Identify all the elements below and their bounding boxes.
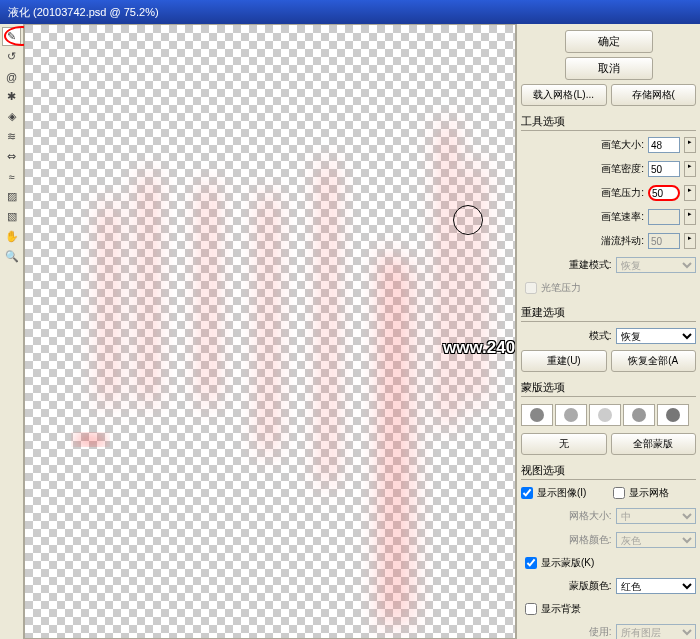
- save-mesh-button[interactable]: 存储网格(: [611, 84, 697, 106]
- svg-rect-9: [444, 125, 450, 424]
- brush-size-spinner[interactable]: ▸: [684, 137, 696, 153]
- brush-density-spinner[interactable]: ▸: [684, 161, 696, 177]
- show-bg-label: 显示背景: [541, 602, 581, 616]
- turbulence-tool[interactable]: ≈: [2, 167, 21, 186]
- brush-density-input[interactable]: [648, 161, 680, 177]
- svg-rect-4: [205, 184, 211, 403]
- mask-color-select[interactable]: 红色: [616, 578, 697, 594]
- stylus-pressure-checkbox: [525, 282, 537, 294]
- brush-rate-input: [648, 209, 680, 225]
- mask-replace-button[interactable]: [521, 404, 553, 426]
- svg-text:240ps: 240ps: [75, 434, 106, 446]
- cancel-button[interactable]: 取消: [565, 57, 653, 80]
- mask-add-button[interactable]: [555, 404, 587, 426]
- show-image-label: 显示图像(I): [537, 486, 586, 500]
- reconstruct-tool[interactable]: ↺: [2, 47, 21, 66]
- brush-cursor: [453, 205, 483, 235]
- bloat-tool[interactable]: ◈: [2, 107, 21, 126]
- show-mask-checkbox[interactable]: [525, 557, 537, 569]
- svg-rect-8: [405, 264, 410, 623]
- canvas-preview[interactable]: 240ps 240ps www.240ps.com: [24, 24, 516, 639]
- mask-none-button[interactable]: 无: [521, 433, 607, 455]
- svg-rect-6: [325, 165, 331, 484]
- svg-rect-3: [145, 175, 151, 404]
- twirl-tool[interactable]: @: [2, 67, 21, 86]
- mask-subtract-button[interactable]: [589, 404, 621, 426]
- mask-all-button[interactable]: 全部蒙版: [611, 433, 697, 455]
- thaw-mask-tool[interactable]: ▧: [2, 207, 21, 226]
- restore-all-button[interactable]: 恢复全部(A: [611, 350, 697, 372]
- use-select: 所有图层: [616, 624, 697, 639]
- mirror-tool[interactable]: ⇔: [2, 147, 21, 166]
- freeze-mask-tool[interactable]: ▨: [2, 187, 21, 206]
- window-title: 液化 (20103742.psd @ 75.2%): [8, 5, 159, 20]
- brush-size-label: 画笔大小:: [533, 138, 644, 152]
- mask-options-section: 蒙版选项: [521, 380, 696, 397]
- show-mask-label: 显示蒙版(K): [541, 556, 594, 570]
- mask-color-label: 蒙版颜色:: [533, 579, 612, 593]
- reconstruct-button[interactable]: 重建(U): [521, 350, 607, 372]
- mask-intersect-button[interactable]: [623, 404, 655, 426]
- brush-density-label: 画笔密度:: [533, 162, 644, 176]
- use-label: 使用:: [533, 625, 612, 639]
- view-options-section: 视图选项: [521, 463, 696, 480]
- brush-pressure-spinner[interactable]: ▸: [684, 185, 696, 201]
- mode-select[interactable]: 恢复: [616, 328, 697, 344]
- mesh-size-select: 中: [616, 508, 697, 524]
- show-bg-checkbox[interactable]: [525, 603, 537, 615]
- watermark-text: www.240ps.com: [443, 338, 516, 358]
- load-mesh-button[interactable]: 载入网格(L)...: [521, 84, 607, 106]
- hand-tool[interactable]: ✋: [2, 227, 21, 246]
- svg-rect-2: [106, 204, 112, 403]
- brush-size-input[interactable]: [648, 137, 680, 153]
- svg-rect-10: [474, 165, 479, 404]
- window-title-bar: 液化 (20103742.psd @ 75.2%): [0, 0, 700, 24]
- mode-label: 模式:: [533, 329, 612, 343]
- push-left-tool[interactable]: ≋: [2, 127, 21, 146]
- show-mesh-label: 显示网格: [629, 486, 669, 500]
- mesh-color-select: 灰色: [616, 532, 697, 548]
- svg-rect-5: [265, 194, 271, 453]
- mask-invert-button[interactable]: [657, 404, 689, 426]
- reconstruct-mode-label: 重建模式:: [533, 258, 612, 272]
- brush-rate-label: 画笔速率:: [533, 210, 644, 224]
- ok-button[interactable]: 确定: [565, 30, 653, 53]
- artwork-layer: 240ps 240ps: [25, 25, 515, 638]
- turbulence-label: 湍流抖动:: [533, 234, 644, 248]
- stylus-pressure-label: 光笔压力: [541, 281, 581, 295]
- pucker-tool[interactable]: ✱: [2, 87, 21, 106]
- options-panel: 确定 取消 载入网格(L)... 存储网格( 工具选项 画笔大小: ▸ 画笔密度…: [516, 24, 700, 639]
- mesh-color-label: 网格颜色:: [533, 533, 612, 547]
- show-image-checkbox[interactable]: [521, 487, 533, 499]
- zoom-tool[interactable]: 🔍: [2, 247, 21, 266]
- show-mesh-checkbox[interactable]: [613, 487, 625, 499]
- reconstruct-options-section: 重建选项: [521, 305, 696, 322]
- turbulence-input: [648, 233, 680, 249]
- turbulence-spinner[interactable]: ▸: [684, 233, 696, 249]
- reconstruct-mode-select: 恢复: [616, 257, 697, 273]
- forward-warp-tool[interactable]: ✎: [2, 27, 21, 46]
- brush-rate-spinner[interactable]: ▸: [684, 209, 696, 225]
- brush-pressure-label: 画笔压力:: [533, 186, 644, 200]
- svg-rect-7: [385, 254, 393, 623]
- tool-options-section: 工具选项: [521, 114, 696, 131]
- mesh-size-label: 网格大小:: [533, 509, 612, 523]
- tool-palette: ✎ ↺ @ ✱ ◈ ≋ ⇔ ≈ ▨ ▧ ✋ 🔍: [0, 24, 24, 639]
- brush-pressure-input[interactable]: [648, 185, 680, 201]
